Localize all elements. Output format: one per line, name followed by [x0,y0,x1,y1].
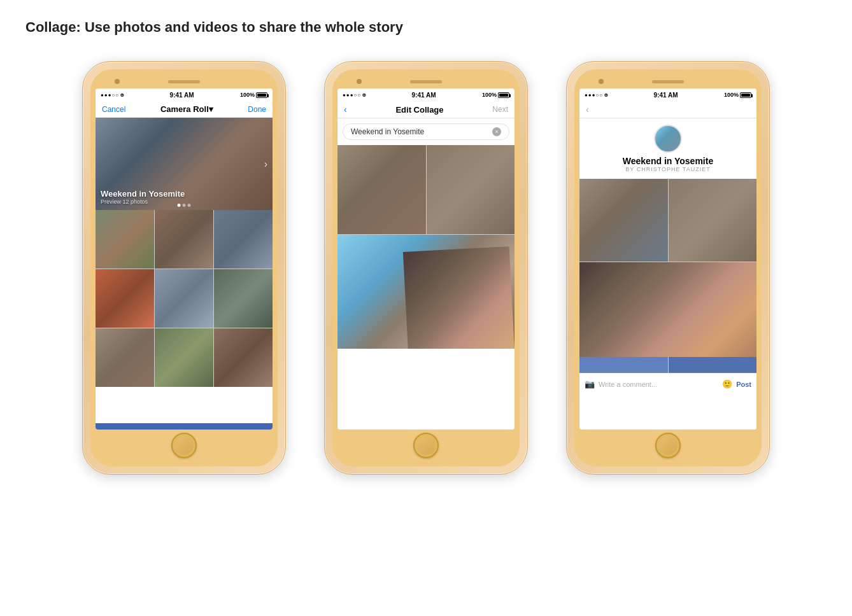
phone-1-signal: ●●●○○ ⌾ [101,92,124,98]
reaction-2[interactable] [669,357,757,373]
battery-percent: 100% [240,92,255,98]
phone-1-bottom [96,430,273,461]
photo-cell-6[interactable] [214,269,273,328]
phone-1-speaker [168,80,200,83]
collage-photo-right[interactable] [427,145,515,234]
battery-percent-2: 100% [482,92,497,98]
phone-2-status-bar: ●●●○○ ⌾ 9:41 AM 100% [337,88,515,101]
post-header: Weekend in Yosemite BY CHRISTOPHE TAUZIE… [579,118,756,179]
battery-percent-3: 100% [724,92,739,98]
phone-3-inner: ●●●○○ ⌾ 9:41 AM 100% ‹ [574,69,762,466]
phone-2-battery: 100% [482,92,509,98]
hero-title: Weekend in Yosemite [101,189,185,199]
post-title: Weekend in Yosemite [623,156,713,166]
phone-1-status-bar: ●●●○○ ⌾ 9:41 AM 100% [96,88,273,101]
home-button-2[interactable] [413,433,439,458]
dropdown-arrow-icon[interactable]: ▾ [209,104,213,114]
phone-2-camera-dot [357,79,362,84]
hero-collage: Weekend in Yosemite Preview 12 photos › [96,118,273,210]
battery-fill-2 [499,94,508,97]
collage-bottom-row [337,235,515,349]
collage-title-field[interactable]: Weekend in Yosemite × [343,123,509,140]
photo-cell-7[interactable] [96,328,154,387]
post-author: BY CHRISTOPHE TAUZIET [625,166,710,172]
phone-2-time: 9:41 AM [412,92,436,99]
camera-icon[interactable]: 📷 [585,379,595,389]
phone-2-inner: ●●●○○ ⌾ 9:41 AM 100% ‹ Edit Collage [332,69,520,466]
hero-subtitle: Preview 12 photos [101,199,185,205]
phone-3-time: 9:41 AM [654,92,678,99]
home-button-3[interactable] [655,433,681,458]
collage-overlay-photo[interactable] [403,246,515,349]
next-button[interactable]: Next [492,105,508,114]
phone-3-camera-dot [599,79,604,84]
phone-3-status-bar: ●●●○○ ⌾ 9:41 AM 100% [579,88,756,101]
hero-pagination-dots [178,204,191,207]
battery-icon [256,92,267,98]
collage-photo-left[interactable] [337,145,426,234]
post-top-row [579,179,756,262]
phone-1-navbar: Cancel Camera Roll▾ Done [96,101,273,118]
phone-3-signal: ●●●○○ ⌾ [585,92,607,98]
dot-1 [178,204,181,207]
avatar[interactable] [654,125,682,153]
phone-3-speaker [652,80,684,83]
edit-collage-title: Edit Collage [395,105,443,115]
phone-2-signal: ●●●○○ ⌾ [343,92,366,98]
home-button-1[interactable] [171,433,197,458]
phone-1-screen: ●●●○○ ⌾ 9:41 AM 100% Cancel Came [96,88,273,430]
photo-cell-1[interactable] [96,210,154,269]
phone-3-screen: ●●●○○ ⌾ 9:41 AM 100% ‹ [579,88,756,430]
clear-title-button[interactable]: × [492,127,501,136]
phones-container: ●●●○○ ⌾ 9:41 AM 100% Cancel Came [25,61,827,475]
signal-dots-2: ●●●○○ [343,92,361,98]
dot-3 [188,204,191,207]
photo-cell-3[interactable] [214,210,273,269]
reaction-1[interactable] [579,357,668,373]
post-reactions [579,357,756,373]
photo-cell-8[interactable] [155,328,213,387]
photo-cell-5[interactable] [155,269,213,328]
photo-cell-4[interactable] [96,269,154,328]
post-photo-left[interactable] [579,179,668,262]
phone-1-blue-bar [96,423,273,430]
post-button[interactable]: Post [736,381,751,388]
battery-icon-3 [740,92,751,98]
emoji-icon[interactable]: 🙂 [722,379,732,389]
comment-bar: 📷 Write a comment... 🙂 Post [579,373,756,395]
cancel-button[interactable]: Cancel [102,105,125,114]
post-collage [579,179,756,357]
camera-roll-title: Camera Roll▾ [160,104,213,114]
phone-1-inner: ●●●○○ ⌾ 9:41 AM 100% Cancel Came [90,69,278,466]
hero-text-block: Weekend in Yosemite Preview 12 photos [101,189,185,205]
comment-input[interactable]: Write a comment... [599,381,718,388]
dot-2 [183,204,186,207]
post-photo-right[interactable] [669,179,757,262]
wifi-icon-3: ⌾ [604,92,607,98]
phone-3-top [579,74,756,88]
photo-grid [96,210,273,387]
battery-fill-3 [741,94,750,97]
phone-3: ●●●○○ ⌾ 9:41 AM 100% ‹ [566,61,770,475]
phone-2-screen: ●●●○○ ⌾ 9:41 AM 100% ‹ Edit Collage [337,88,515,430]
wifi-icon-2: ⌾ [362,92,366,98]
edit-collage-grid [337,145,515,349]
phone-2-top [337,74,515,88]
phone-1-top [96,74,273,88]
phone-2: ●●●○○ ⌾ 9:41 AM 100% ‹ Edit Collage [324,61,528,475]
phone-1: ●●●○○ ⌾ 9:41 AM 100% Cancel Came [82,61,286,475]
photo-cell-2[interactable] [155,210,213,269]
collage-title-text: Weekend in Yosemite [351,127,424,136]
phone-3-navbar: ‹ [579,101,756,118]
collage-top-row [337,145,515,234]
page-title: Collage: Use photos and videos to share … [25,19,827,36]
photo-cell-9[interactable] [214,328,273,387]
back-button-2[interactable]: ‹ [344,104,347,115]
phone-1-battery: 100% [240,92,267,98]
hero-chevron-icon[interactable]: › [264,158,267,170]
phone-3-battery: 100% [724,92,751,98]
done-button[interactable]: Done [248,105,266,114]
back-button-3[interactable]: ‹ [586,104,589,115]
battery-fill [257,94,266,97]
post-photo-bottom[interactable] [579,262,756,357]
